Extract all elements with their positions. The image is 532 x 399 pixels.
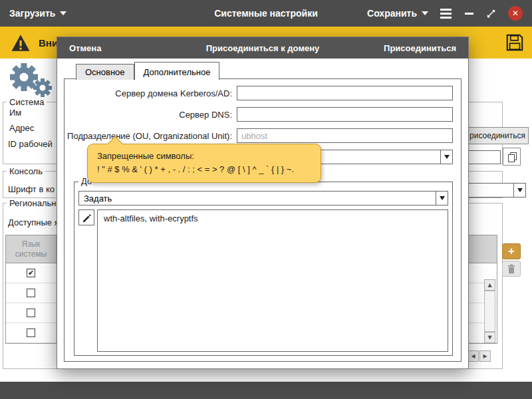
dialog-title: Присоединиться к домену xyxy=(206,43,320,53)
close-icon: ✕ xyxy=(512,9,519,18)
ou-input[interactable] xyxy=(237,128,453,143)
copy-button[interactable] xyxy=(503,148,521,166)
minimize-button[interactable] xyxy=(464,6,474,21)
menu-icon[interactable] xyxy=(440,9,452,19)
save-menu-label: Сохранить xyxy=(367,8,417,19)
warning-icon xyxy=(11,34,31,52)
language-checkbox[interactable] xyxy=(27,289,35,297)
delete-language-button[interactable] xyxy=(502,261,521,277)
scroll-down-button[interactable]: ▼ xyxy=(484,332,495,343)
pencil-icon xyxy=(81,212,92,223)
forbidden-chars-tooltip: Запрещенные символы: ! " # $ % & ' ( ) *… xyxy=(87,144,321,183)
kerberos-server-label: Сервер домена Kerberos/AD: xyxy=(65,88,232,98)
join-domain-background-button[interactable]: рисоединиться xyxy=(466,127,529,144)
ou-label: Подразделение (OU, Organizational Unit): xyxy=(65,131,232,141)
tooltip-chars: ! " # $ % & ' ( ) * + , - . / : ; < = > … xyxy=(97,163,311,176)
available-languages-label: Доступные я xyxy=(8,217,59,227)
set-mode-dropdown[interactable]: Задать xyxy=(78,191,448,205)
add-language-button[interactable]: + xyxy=(502,243,521,259)
kerberos-server-input[interactable] xyxy=(237,86,453,100)
scroll-right-button[interactable]: ▶ xyxy=(479,350,491,362)
dns-server-input[interactable] xyxy=(237,107,453,122)
scroll-left-button[interactable]: ◀ xyxy=(467,350,479,362)
language-checkbox[interactable] xyxy=(27,269,35,277)
tooltip-title: Запрещенные символы: xyxy=(97,150,311,163)
save-menu-button[interactable]: Сохранить xyxy=(367,8,428,19)
minimize-icon xyxy=(465,13,473,15)
arrow-left-icon: ◀ xyxy=(471,353,475,359)
cancel-button[interactable]: Отмена xyxy=(69,43,101,53)
tab-bar: Основное Дополнительное xyxy=(76,62,219,80)
chevron-down-icon xyxy=(436,192,448,205)
chevron-down-icon xyxy=(440,150,452,164)
gears-icon xyxy=(4,60,55,98)
screen: Система Консоль Региональн Им Адрес ID р… xyxy=(0,0,532,399)
arrow-right-icon: ▶ xyxy=(483,353,487,359)
edit-button[interactable] xyxy=(78,209,94,225)
set-mode-value: Задать xyxy=(84,194,112,203)
scroll-up-button[interactable]: ▲ xyxy=(484,279,495,291)
dialog-header: Отмена Присоединиться к домену Присоедин… xyxy=(57,37,468,59)
console-legend: Консоль xyxy=(7,166,45,176)
vertical-scrollbar-track[interactable] xyxy=(484,291,495,332)
chevron-down-icon xyxy=(422,11,428,15)
chevron-down-icon xyxy=(60,11,66,15)
system-legend: Система xyxy=(7,97,47,107)
options-text: wth-altfiles, with-ecryptfs xyxy=(104,213,198,223)
load-menu-button[interactable]: Загрузить xyxy=(9,8,66,19)
language-column-header[interactable]: Язык системы xyxy=(6,235,57,263)
regional-legend: Региональн xyxy=(7,198,59,208)
arrow-down-icon: ▼ xyxy=(487,334,491,340)
computer-name-label: Им xyxy=(9,108,21,118)
fullscreen-button[interactable] xyxy=(486,9,496,19)
window-title: Системные настройки xyxy=(214,8,318,19)
close-button[interactable]: ✕ xyxy=(508,6,523,21)
tab-basic[interactable]: Основное xyxy=(76,64,134,80)
language-checkbox[interactable] xyxy=(27,329,35,337)
expand-icon xyxy=(487,9,495,17)
join-button[interactable]: Присоединиться xyxy=(384,43,456,53)
trash-icon xyxy=(506,263,517,274)
language-checkbox[interactable] xyxy=(27,309,35,317)
copy-icon xyxy=(506,151,518,163)
footer-bar xyxy=(0,382,532,399)
dns-server-label: Сервер DNS: xyxy=(65,110,232,120)
tab-advanced[interactable]: Дополнительное xyxy=(134,62,220,80)
options-textarea[interactable]: wth-altfiles, with-ecryptfs xyxy=(97,209,448,352)
address-label: Адрес xyxy=(9,123,34,133)
save-to-file-button[interactable] xyxy=(503,31,527,55)
chevron-down-icon xyxy=(513,184,525,197)
console-font-label: Шрифт в ко xyxy=(8,184,55,194)
arrow-up-icon: ▲ xyxy=(487,282,491,288)
topbar: Загрузить Системные настройки Сохранить … xyxy=(0,0,532,27)
floppy-icon xyxy=(505,33,525,53)
workgroup-id-label: ID рабочей xyxy=(8,139,53,149)
join-domain-dialog: Отмена Присоединиться к домену Присоедин… xyxy=(57,37,469,369)
additional-options-groupbox: До Задать wth-altfiles, with-ecryptfs xyxy=(74,182,453,356)
load-menu-label: Загрузить xyxy=(9,8,55,19)
tab-panel: Сервер домена Kerberos/AD: Сервер DNS: П… xyxy=(64,78,462,362)
